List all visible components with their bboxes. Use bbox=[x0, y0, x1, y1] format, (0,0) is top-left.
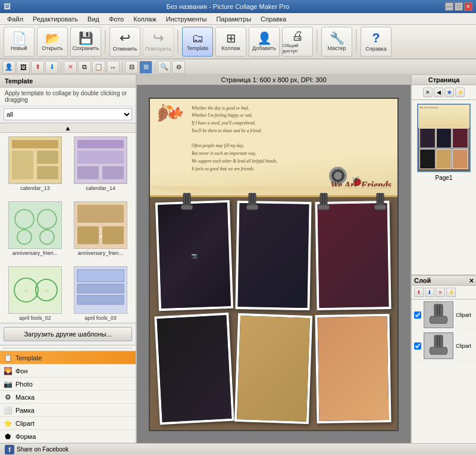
template-item-anniversary1[interactable]: anniversary_frien... bbox=[4, 201, 67, 264]
tb2-del-btn[interactable]: ✕ bbox=[64, 61, 77, 74]
svg-rect-6 bbox=[77, 140, 124, 148]
page-add-btn[interactable]: ✕ bbox=[423, 88, 433, 97]
window-title: Без названия - Picture Collage Maker Pro bbox=[11, 3, 445, 10]
share-icon: 🖨 bbox=[292, 30, 303, 42]
facebook-share[interactable]: f Share on Facebook bbox=[5, 445, 68, 454]
mask-tab-icon: ⚙ bbox=[4, 393, 12, 401]
tb2-copy-btn[interactable]: ⧉ bbox=[78, 61, 91, 74]
template-button[interactable]: 🗂 Template bbox=[182, 27, 213, 57]
template-name-april1: april fools_02 bbox=[19, 315, 51, 321]
layer-tab-shape[interactable]: ⬟ Форма bbox=[0, 430, 136, 443]
menu-edit[interactable]: Редактировать bbox=[28, 14, 83, 24]
tb2-img-btn[interactable]: 🖼 bbox=[17, 61, 30, 74]
new-button[interactable]: 📄 Новый bbox=[4, 27, 35, 57]
photo-tab-icon: 📷 bbox=[4, 380, 12, 388]
add-button[interactable]: 👤 Добавить bbox=[249, 27, 280, 57]
svg-text:○: ○ bbox=[24, 287, 28, 294]
template-icon: 🗂 bbox=[192, 32, 203, 44]
layer-tab-frame[interactable]: ⬜ Рамка bbox=[0, 404, 136, 417]
page-thumbnail[interactable]: We Are Friends bbox=[417, 104, 471, 172]
svg-rect-18 bbox=[102, 226, 124, 244]
master-button[interactable]: 🔧 Мастер bbox=[321, 27, 352, 57]
photo-slot-1: 📷 bbox=[155, 200, 234, 310]
layer-tab-template[interactable]: 📋 Template bbox=[0, 351, 136, 364]
menu-file[interactable]: Файл bbox=[2, 14, 28, 24]
save-button[interactable]: 💾 Сохранить bbox=[70, 27, 101, 57]
tb2-down-btn[interactable]: ⬇ bbox=[45, 61, 58, 74]
template-item-april1[interactable]: ○ ○ april fools_02 bbox=[4, 266, 67, 323]
template-item-anniversary2[interactable]: ♥ anniversary_frien... bbox=[69, 201, 132, 264]
new-icon: 📄 bbox=[12, 32, 27, 44]
tb2-paste-btn[interactable]: 📋 bbox=[92, 61, 105, 74]
page-refresh-btn[interactable]: ⚡ bbox=[455, 88, 465, 97]
share-button[interactable]: 🖨 Общий доступ bbox=[282, 27, 313, 57]
photo-placeholder-6 bbox=[317, 316, 389, 420]
menu-photo[interactable]: Фото bbox=[104, 14, 129, 24]
redo-button[interactable]: ↪ Повторить bbox=[143, 27, 174, 57]
layer-add-btn[interactable]: ⚡ bbox=[446, 288, 456, 297]
photo-slot-2 bbox=[236, 200, 312, 310]
menu-tools[interactable]: Инструменты bbox=[161, 14, 212, 24]
layer-down-btn[interactable]: ⬇ bbox=[425, 288, 434, 297]
svg-rect-38 bbox=[377, 193, 384, 205]
new-label: Новый bbox=[11, 45, 27, 51]
svg-rect-33 bbox=[250, 194, 252, 204]
open-button[interactable]: 📂 Открыть bbox=[37, 27, 68, 57]
template-item-calendar14[interactable]: calendar_14 bbox=[69, 136, 132, 199]
main-toolbar: 📄 Новый 📂 Открыть 💾 Сохранить ↩ Отменить… bbox=[0, 25, 476, 60]
minimize-button[interactable]: — bbox=[445, 2, 453, 11]
layer-del-btn[interactable]: ✕ bbox=[436, 288, 445, 297]
layer-item-2[interactable]: Clipart bbox=[412, 331, 476, 361]
photo-slot-5 bbox=[234, 313, 313, 423]
filter-select[interactable]: all calendar anniversary bbox=[4, 108, 132, 120]
tb2-up-btn[interactable]: ⬆ bbox=[31, 61, 44, 74]
photo-slot-6 bbox=[315, 313, 392, 423]
tb2-flip-btn[interactable]: ↔ bbox=[107, 61, 120, 74]
page-next-btn[interactable]: ★ bbox=[444, 88, 454, 97]
undo-button[interactable]: ↩ Отменить bbox=[109, 27, 140, 57]
tb2-zoom-out-btn[interactable]: ⊖ bbox=[172, 61, 185, 74]
collage-button[interactable]: ⊞ Коллаж bbox=[215, 27, 246, 57]
help-button[interactable]: ? Справка bbox=[361, 27, 392, 57]
layer-panel-close[interactable]: ✕ bbox=[469, 278, 474, 284]
canvas-wrapper[interactable]: 🍂 🍁 Whether the day is good or bad, Whet… bbox=[144, 85, 403, 443]
menu-params[interactable]: Параметры bbox=[211, 14, 256, 24]
maximize-button[interactable]: □ bbox=[455, 2, 463, 11]
svg-rect-35 bbox=[320, 193, 327, 205]
layer-panel-header: Слой ✕ bbox=[412, 276, 476, 286]
tb2-zoom-in-btn[interactable]: 🔍 bbox=[158, 61, 171, 74]
svg-rect-39 bbox=[378, 194, 380, 204]
svg-rect-44 bbox=[439, 306, 440, 315]
layer-item-1[interactable]: Clipart bbox=[412, 300, 476, 331]
svg-rect-3 bbox=[37, 151, 58, 164]
share-label: Общий доступ bbox=[283, 43, 312, 54]
menu-collage[interactable]: Коллаж bbox=[129, 14, 161, 24]
save-label: Сохранить bbox=[73, 45, 99, 51]
open-label: Открыть bbox=[42, 45, 62, 51]
tb2-align-btn[interactable]: ⊟ bbox=[125, 61, 138, 74]
template-item-april2[interactable]: april fools_03 bbox=[69, 266, 132, 323]
layer-tab-photo[interactable]: 📷 Photo bbox=[0, 378, 136, 391]
svg-rect-42 bbox=[434, 304, 443, 316]
menu-view[interactable]: Вид bbox=[83, 14, 104, 24]
mini-photo-5 bbox=[436, 149, 452, 169]
close-button[interactable]: ✕ bbox=[464, 2, 472, 11]
layer-visibility-1[interactable] bbox=[414, 311, 421, 319]
load-templates-button[interactable]: Загрузить другие шаблоны... bbox=[4, 327, 132, 341]
layer-tab-background[interactable]: 🌄 Фон bbox=[0, 364, 136, 378]
layer-tab-mask[interactable]: ⚙ Маска bbox=[0, 391, 136, 404]
layer-visibility-2[interactable] bbox=[414, 342, 421, 350]
svg-rect-9 bbox=[102, 166, 124, 179]
menu-help[interactable]: Справка bbox=[256, 14, 291, 24]
tb2-grid-btn[interactable]: ⊞ bbox=[139, 61, 152, 74]
template-item-calendar13[interactable]: calendar_13 bbox=[4, 136, 67, 199]
mini-photo-3 bbox=[452, 128, 468, 148]
layer-tab-clipart[interactable]: ⭐ Clipart bbox=[0, 417, 136, 430]
clip-2 bbox=[245, 193, 259, 212]
layer-up-btn[interactable]: ⬆ bbox=[414, 288, 424, 297]
layer-thumb-2 bbox=[424, 332, 453, 359]
bottom-bar: f Share on Facebook bbox=[0, 443, 476, 455]
tb2-person-btn[interactable]: 👤 bbox=[2, 61, 15, 74]
scroll-up-arrow[interactable]: ▲ bbox=[0, 123, 136, 133]
page-prev-btn[interactable]: ◀ bbox=[434, 88, 443, 97]
